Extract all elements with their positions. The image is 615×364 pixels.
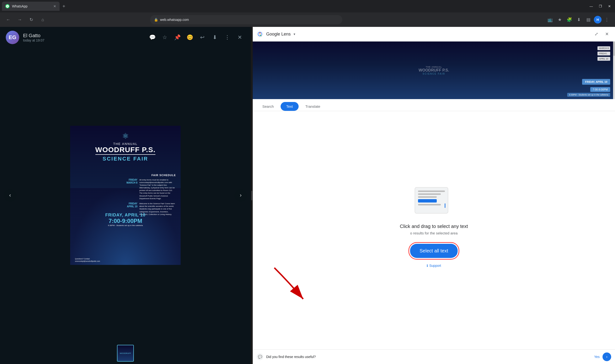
poster-science: SCIENCE FAIR [103,156,148,162]
maximize-button[interactable]: ❐ [597,3,604,10]
poster-big-note: 6:30PM - Students set up in the cafeteri… [75,224,176,226]
window-controls: — ❐ ✕ [588,3,613,10]
doc-cursor [445,204,445,208]
schedule-title: FAIR SCHEDULE [123,174,176,177]
sidebar-icon[interactable]: ▤ [584,15,593,24]
next-image-button[interactable]: › [234,189,247,202]
lens-title: Google Lens [266,32,291,37]
downloads-icon[interactable]: ⬇ [575,15,583,24]
feedback-question: Did you find these results useful? [266,355,591,359]
preview-highlight-time: 7:00-9:00PM [590,87,610,92]
poster-footer-line2: sciencedept@woodruffpublic.com [75,260,100,262]
menu-icon[interactable]: ⋮ [602,15,611,24]
tab-title: WhatsApp [12,4,51,8]
message-header: EG El Gatto today at 19:07 💬 ☆ 📌 😊 ↩ ⬇ ⋮… [0,27,251,48]
poster-footer: Questions? Contact sciencedept@woodruffp… [75,258,100,262]
prev-image-button[interactable]: ‹ [4,189,16,202]
panel-splitter[interactable] [251,27,253,364]
preview-highlight-date: FRIDAY, APRIL 10 [582,79,610,85]
poster-subtitle: THE ANNUAL [113,142,138,146]
lens-image-preview: THE ANNUAL WOODRUFF P.S. SCIENCE FAIR MA… [253,41,615,99]
browser-titlebar: WhatsApp ✕ + — ❐ ✕ [0,0,615,13]
more-options-icon[interactable]: ⋮ [222,32,232,43]
support-label: Support [429,264,441,268]
doc-line-selected [418,199,437,203]
bookmark-icon[interactable]: ★ [555,15,564,24]
pin-icon[interactable]: 📌 [172,32,183,43]
tab-bar: WhatsApp ✕ + [2,0,588,13]
cast-icon[interactable]: 📺 [546,15,554,24]
instruction-main: Click and drag to select any text [400,224,468,229]
poster-big-time: 7:00-9:00PM [75,218,176,224]
home-button[interactable]: ⌂ [39,15,47,24]
avatar-initials: EG [6,31,19,44]
tab-favicon [5,4,10,8]
feedback-next-button[interactable]: › [602,352,611,361]
new-tab-button[interactable]: + [60,4,68,9]
schedule-item-1: FRIDAYMARCH 8 All entry forms must be em… [123,179,176,200]
lens-tabs: Search Text Translate [253,99,615,111]
lens-header: Google Lens ▾ ⤢ ✕ [253,27,615,41]
header-actions: 💬 ☆ 📌 😊 ↩ ⬇ ⋮ ✕ [147,32,245,43]
main-content: EG El Gatto today at 19:07 💬 ☆ 📌 😊 ↩ ⬇ ⋮… [0,27,615,364]
lens-scrollbar-thumb [613,41,615,56]
lens-scrollbar[interactable] [613,41,615,99]
back-button[interactable]: ← [4,15,13,24]
tab-search[interactable]: Search [257,102,280,111]
image-viewer: ‹ ⚛ THE ANNUAL WOODRUFF P.S. SCIENCE FAI… [0,48,251,342]
extensions-icon[interactable]: 🧩 [565,15,574,24]
url-text: web.whatsapp.com [160,18,189,22]
support-icon: ℹ [427,264,428,268]
lens-header-actions: ⤢ ✕ [592,30,611,39]
tab-close-button[interactable]: ✕ [53,4,56,8]
doc-line-1 [418,191,445,192]
lens-panel: Google Lens ▾ ⤢ ✕ THE ANNUAL WOODRUFF P.… [253,27,615,364]
active-tab[interactable]: WhatsApp ✕ [2,2,60,11]
star-icon[interactable]: ☆ [160,32,170,43]
reload-button[interactable]: ↻ [27,15,36,24]
url-bar[interactable]: 🔒 web.whatsapp.com [150,15,342,24]
profile-avatar[interactable]: H [594,16,601,24]
tab-text[interactable]: Text [281,102,299,111]
document-icon-wrapper [415,187,453,216]
feedback-yes-button[interactable]: Yes [594,355,600,359]
tab-translate[interactable]: Translate [300,102,326,111]
sender-name: El Gatto [23,33,143,39]
poster-title: WOODRUFF P.S. [95,146,156,155]
open-new-window-icon[interactable]: ⤢ [592,30,601,39]
thumbnail-strip: WOODRUFF [0,342,251,364]
doc-line-2 [418,193,441,195]
doc-line-3 [418,196,437,198]
close-viewer-icon[interactable]: ✕ [234,32,245,43]
chat-icon[interactable]: 💬 [147,32,158,43]
lens-dropdown-icon[interactable]: ▾ [294,32,295,36]
select-all-text-button[interactable]: Select all text [410,244,458,258]
document-lines [418,191,445,205]
lens-content: Click and drag to select any text o resu… [253,111,615,349]
splitter-handle [251,191,252,200]
close-lens-icon[interactable]: ✕ [602,30,611,39]
security-icon: 🔒 [154,18,158,22]
sender-avatar: EG [6,31,19,44]
close-button[interactable]: ✕ [606,3,613,10]
feedback-bar: 💬 Did you find these results useful? Yes… [253,349,615,364]
poster-big-date: FRIDAY, APRIL 10 [75,213,176,218]
message-time: today at 19:07 [23,39,143,42]
emoji-icon[interactable]: 😊 [185,32,195,43]
thumbnail-item[interactable]: WOODRUFF [117,345,134,362]
poster-big-date-area: FRIDAY, APRIL 10 7:00-9:00PM 6:30PM - St… [75,213,176,226]
support-link[interactable]: ℹ Support [427,264,441,268]
address-bar: ← → ↻ ⌂ 🔒 web.whatsapp.com 📺 ★ 🧩 ⬇ ▤ H ⋮ [0,13,615,27]
forward-button[interactable]: → [15,15,24,24]
doc-line-5 [418,204,441,205]
preview-highlight-note: 6:30PM - Students set up in the cafeteri… [567,93,610,97]
atom-icon: ⚛ [122,131,129,141]
document-icon [415,187,448,214]
toolbar-icons: 📺 ★ 🧩 ⬇ ▤ H ⋮ [546,15,611,24]
whatsapp-area: EG El Gatto today at 19:07 💬 ☆ 📌 😊 ↩ ⬇ ⋮… [0,27,251,364]
red-arrow-annotation [255,263,327,311]
forward-msg-icon[interactable]: ↩ [197,32,207,43]
download-icon[interactable]: ⬇ [209,32,220,43]
lens-preview-image: THE ANNUAL WOODRUFF P.S. SCIENCE FAIR MA… [253,41,615,99]
minimize-button[interactable]: — [588,3,595,10]
